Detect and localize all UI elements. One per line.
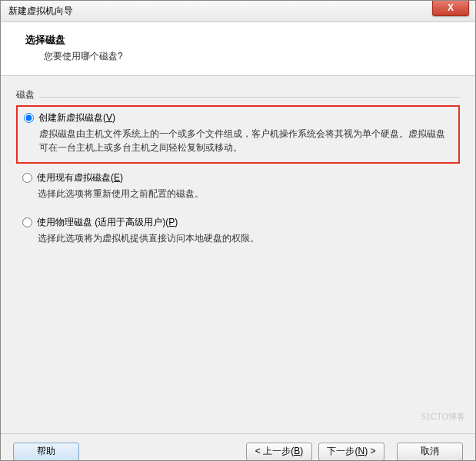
disk-radio-2[interactable] bbox=[22, 217, 32, 227]
disk-radio-1[interactable] bbox=[22, 173, 32, 183]
group-divider bbox=[39, 97, 460, 98]
option-label[interactable]: 创建新虚拟磁盘(V) bbox=[38, 111, 115, 124]
disk-option-1: 使用现有虚拟磁盘(E)选择此选项将重新使用之前配置的磁盘。 bbox=[16, 167, 460, 208]
option-label[interactable]: 使用现有虚拟磁盘(E) bbox=[37, 171, 123, 184]
window-title: 新建虚拟机向导 bbox=[8, 5, 73, 18]
disk-option-2: 使用物理磁盘 (适用于高级用户)(P)选择此选项将为虚拟机提供直接访问本地硬盘的… bbox=[16, 211, 460, 253]
option-label[interactable]: 使用物理磁盘 (适用于高级用户)(P) bbox=[37, 216, 178, 229]
close-icon: X bbox=[448, 2, 454, 13]
page-subtitle: 您要使用哪个磁盘? bbox=[44, 50, 460, 63]
titlebar: 新建虚拟机向导 X bbox=[1, 1, 475, 22]
next-button[interactable]: 下一步(N) > bbox=[318, 443, 384, 461]
option-row: 使用现有虚拟磁盘(E) bbox=[22, 171, 454, 184]
help-button[interactable]: 帮助 bbox=[13, 443, 79, 461]
option-description: 选择此选项将为虚拟机提供直接访问本地硬盘的权限。 bbox=[38, 231, 454, 245]
disk-radio-0[interactable] bbox=[24, 113, 34, 123]
page-title: 选择磁盘 bbox=[25, 33, 460, 47]
button-bar: 帮助 < 上一步(B) 下一步(N) > 取消 bbox=[1, 433, 475, 461]
wizard-body: 磁盘 创建新虚拟磁盘(V)虚拟磁盘由主机文件系统上的一个或多个文件组成，客户机操… bbox=[1, 76, 475, 433]
disk-option-0: 创建新虚拟磁盘(V)虚拟磁盘由主机文件系统上的一个或多个文件组成，客户机操作系统… bbox=[16, 105, 460, 164]
back-button[interactable]: < 上一步(B) bbox=[246, 443, 312, 461]
cancel-button[interactable]: 取消 bbox=[397, 443, 463, 461]
option-description: 虚拟磁盘由主机文件系统上的一个或多个文件组成，客户机操作系统会将其视为单个硬盘。… bbox=[39, 127, 452, 154]
option-row: 创建新虚拟磁盘(V) bbox=[24, 111, 452, 124]
wizard-header: 选择磁盘 您要使用哪个磁盘? bbox=[1, 22, 475, 76]
group-label: 磁盘 bbox=[16, 88, 460, 101]
option-row: 使用物理磁盘 (适用于高级用户)(P) bbox=[22, 216, 454, 229]
options-container: 创建新虚拟磁盘(V)虚拟磁盘由主机文件系统上的一个或多个文件组成，客户机操作系统… bbox=[16, 105, 460, 253]
option-description: 选择此选项将重新使用之前配置的磁盘。 bbox=[38, 187, 454, 201]
close-button[interactable]: X bbox=[432, 1, 469, 16]
